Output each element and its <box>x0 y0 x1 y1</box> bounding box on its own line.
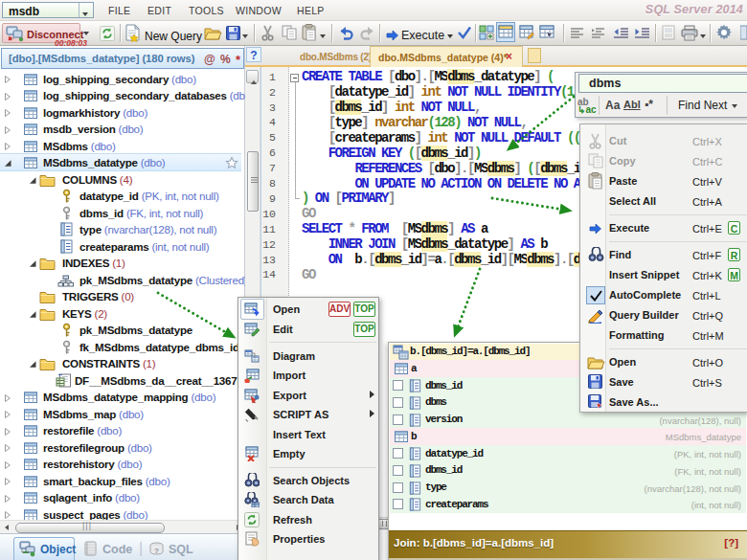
svg-text:?: ? <box>154 547 159 555</box>
